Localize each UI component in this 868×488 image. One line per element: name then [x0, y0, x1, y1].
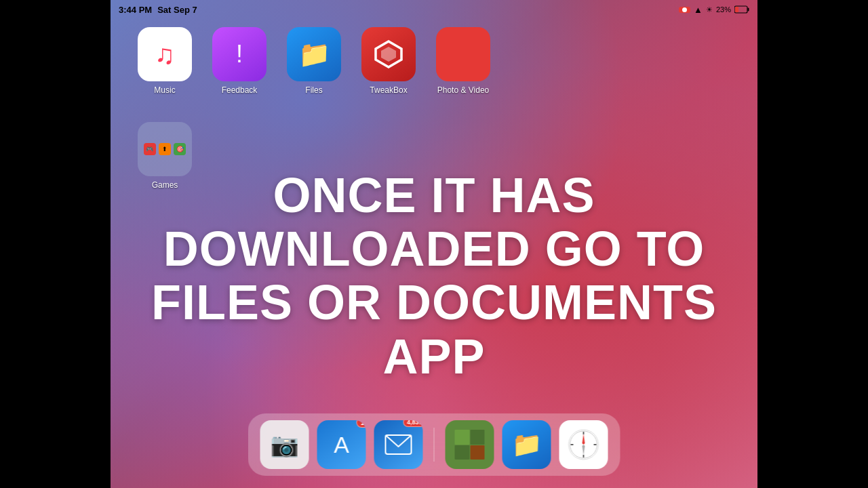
recording-indicator	[679, 7, 690, 13]
dock-safari[interactable]	[559, 420, 608, 469]
mc-2	[470, 430, 485, 445]
camera-symbol: 📷	[271, 431, 299, 458]
dock-appstore[interactable]: A 1	[317, 420, 366, 469]
music-icon[interactable]: ♫	[138, 27, 192, 81]
mc-3	[455, 445, 470, 460]
music-symbol: ♫	[155, 39, 175, 70]
dock-minecraft[interactable]	[446, 420, 494, 469]
mail-symbol	[385, 434, 412, 455]
status-bar: 3:44 PM Sat Sep 7 ▲ ☀ 23%	[111, 0, 757, 19]
files-label: Files	[305, 85, 322, 95]
svg-marker-4	[381, 47, 396, 62]
games-folder-icon[interactable]: 🎮 ⬆ 🎯	[138, 122, 192, 176]
brightness-icon: ☀	[706, 5, 713, 14]
status-right: ▲ ☀ 23%	[679, 5, 749, 15]
wifi-icon: ▲	[694, 5, 703, 15]
status-time: 3:44 PM	[119, 5, 152, 15]
dock-mail[interactable]: 4,839	[374, 420, 423, 469]
folder-mini-3: 🎯	[174, 143, 186, 155]
photovideo-icon[interactable]	[436, 27, 490, 81]
mail-badge: 4,839	[403, 420, 423, 427]
battery-percent: 23%	[716, 5, 731, 14]
appstore-badge: 1	[357, 420, 366, 428]
feedback-label: Feedback	[222, 85, 258, 95]
mc-4	[470, 445, 485, 460]
app-photovideo[interactable]: Photo & Video	[429, 27, 497, 115]
dock-files[interactable]: 📁	[502, 420, 551, 469]
dock-separator	[434, 428, 435, 462]
sidebar-right	[757, 0, 868, 488]
dock-camera[interactable]: 📷	[260, 420, 309, 469]
appstore-symbol: A	[334, 432, 349, 458]
photovideo-label: Photo & Video	[437, 85, 490, 95]
overlay-line2: DOWNLOADED GO TO	[146, 222, 722, 276]
svg-rect-1	[748, 8, 749, 12]
safari-symbol	[568, 428, 600, 461]
svg-rect-2	[735, 7, 738, 12]
overlay-text: ONCE IT HAS DOWNLOADED GO TO FILES OR DO…	[146, 169, 722, 384]
files-symbol: 📁	[298, 39, 330, 69]
minecraft-grid	[455, 430, 485, 460]
folder-mini-2: ⬆	[159, 143, 171, 155]
mc-1	[455, 430, 470, 445]
tweakbox-label: TweakBox	[370, 85, 407, 95]
files-dock-symbol: 📁	[511, 430, 542, 459]
battery-icon	[734, 5, 749, 14]
tweakbox-symbol	[373, 39, 404, 70]
overlay-line3: FILES OR DOCUMENTS APP	[146, 277, 722, 384]
app-feedback[interactable]: ! Feedback	[205, 27, 273, 115]
feedback-symbol: !	[236, 40, 243, 68]
status-date: Sat Sep 7	[157, 5, 197, 15]
app-music[interactable]: ♫ Music	[131, 27, 199, 115]
sidebar-left	[0, 0, 111, 488]
record-dot	[682, 7, 687, 12]
music-label: Music	[154, 85, 175, 95]
app-tweakbox[interactable]: TweakBox	[355, 27, 422, 115]
overlay-line1: ONCE IT HAS	[146, 169, 722, 222]
tweakbox-icon[interactable]	[361, 27, 416, 81]
ipad-screen: 3:44 PM Sat Sep 7 ▲ ☀ 23% ♫ Music	[111, 0, 757, 488]
dock: 📷 A 1 4,839 📁	[248, 413, 620, 476]
folder-mini-1: 🎮	[144, 143, 156, 155]
app-files[interactable]: 📁 Files	[280, 27, 348, 115]
feedback-icon[interactable]: !	[212, 27, 267, 81]
files-icon[interactable]: 📁	[287, 27, 341, 81]
